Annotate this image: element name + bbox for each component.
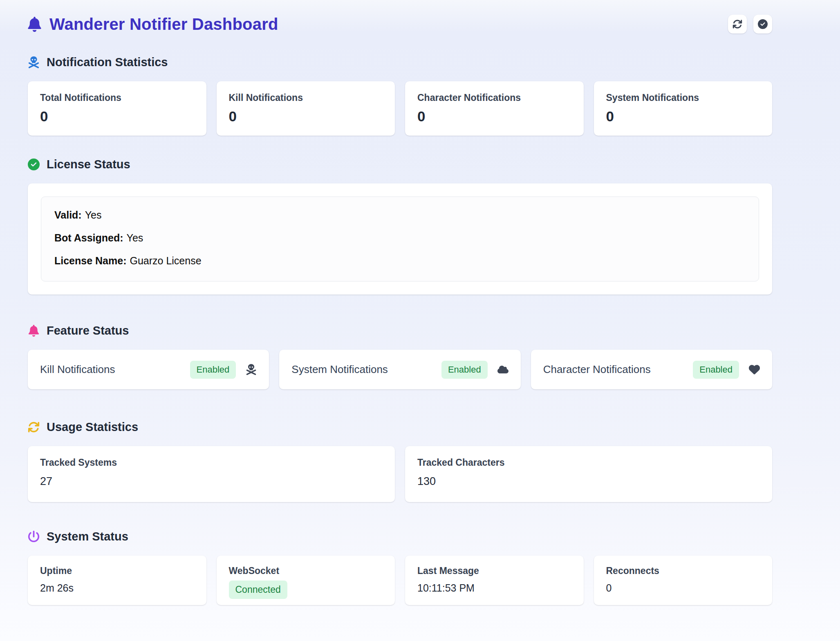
refresh-button[interactable] <box>728 15 747 34</box>
license-field-value: Yes <box>85 209 102 221</box>
license-field-label: Bot Assigned: <box>54 232 123 243</box>
refresh-icon <box>28 421 40 433</box>
usage-value: 27 <box>40 475 383 488</box>
license-grid: Valid:Yes Bot Assigned:Yes License Name:… <box>28 183 772 295</box>
heart-icon <box>749 364 760 375</box>
system-value: 10:11:53 PM <box>417 582 571 594</box>
title-group: Wanderer Notifier Dashboard <box>28 15 278 34</box>
section-usage-statistics: Usage Statistics Tracked Systems 27 Trac… <box>28 420 772 502</box>
system-label: Uptime <box>40 565 194 576</box>
system-card-uptime: Uptime 2m 26s <box>28 556 206 605</box>
dashboard-page: Wanderer Notifier Dashboard Notification… <box>28 0 772 605</box>
license-field-label: License Name: <box>54 255 126 266</box>
section-license-status: License Status Valid:Yes Bot Assigned:Ye… <box>28 158 772 295</box>
skull-crossbones-icon <box>246 364 257 375</box>
header: Wanderer Notifier Dashboard <box>28 15 772 34</box>
system-value: 0 <box>606 582 760 594</box>
stat-value: 0 <box>229 108 383 125</box>
system-label: Reconnects <box>606 565 760 576</box>
section-title: Usage Statistics <box>47 420 138 434</box>
page-title: Wanderer Notifier Dashboard <box>49 15 278 34</box>
system-value: 2m 26s <box>40 582 194 594</box>
section-header: Notification Statistics <box>28 56 772 69</box>
bell-icon <box>28 325 40 337</box>
stat-card-kill: Kill Notifications 0 <box>217 81 395 136</box>
feature-label: System Notifications <box>291 363 388 376</box>
header-actions <box>728 15 772 34</box>
section-header: System Status <box>28 530 772 543</box>
license-card: Valid:Yes Bot Assigned:Yes License Name:… <box>28 183 772 295</box>
status-badge: Enabled <box>441 361 488 379</box>
check-circle-icon <box>28 159 40 170</box>
stat-label: Kill Notifications <box>229 92 383 103</box>
check-circle-icon <box>758 19 768 29</box>
system-card-last-message: Last Message 10:11:53 PM <box>405 556 584 605</box>
feature-status-group: Enabled <box>693 361 760 379</box>
feature-status-group: Enabled <box>190 361 257 379</box>
usage-card-grid: Tracked Systems 27 Tracked Characters 13… <box>28 446 772 502</box>
usage-card-characters: Tracked Characters 130 <box>405 446 772 502</box>
status-badge: Enabled <box>693 361 739 379</box>
stat-card-total: Total Notifications 0 <box>28 81 206 136</box>
stat-value: 0 <box>40 108 194 125</box>
feature-label: Character Notifications <box>543 363 651 376</box>
cloud-icon <box>497 364 508 375</box>
feature-card-system: System Notifications Enabled <box>279 350 520 389</box>
system-label: WebSocket <box>229 565 383 576</box>
skull-crossbones-icon <box>28 56 40 68</box>
refresh-icon <box>732 19 742 29</box>
feature-card-grid: Kill Notifications Enabled System Notifi… <box>28 350 772 389</box>
feature-status-group: Enabled <box>441 361 508 379</box>
usage-value: 130 <box>417 475 760 488</box>
section-title: License Status <box>47 158 130 171</box>
feature-label: Kill Notifications <box>40 363 115 376</box>
section-header: Usage Statistics <box>28 420 772 434</box>
section-title: Feature Status <box>47 324 129 337</box>
usage-card-systems: Tracked Systems 27 <box>28 446 395 502</box>
license-name-row: License Name:Guarzo License <box>54 255 746 267</box>
stat-card-grid: Total Notifications 0 Kill Notifications… <box>28 81 772 136</box>
stat-value: 0 <box>606 108 760 125</box>
stat-label: System Notifications <box>606 92 760 103</box>
section-title: System Status <box>47 530 128 543</box>
connection-badge: Connected <box>229 581 287 599</box>
section-notification-statistics: Notification Statistics Total Notificati… <box>28 56 772 136</box>
license-details-box: Valid:Yes Bot Assigned:Yes License Name:… <box>41 197 759 281</box>
stat-value: 0 <box>417 108 571 125</box>
section-title: Notification Statistics <box>47 56 168 69</box>
power-icon <box>28 531 40 543</box>
license-field-value: Yes <box>127 232 143 243</box>
system-label: Last Message <box>417 565 571 576</box>
feature-card-kill: Kill Notifications Enabled <box>28 350 269 389</box>
bell-icon <box>28 17 41 32</box>
status-badge: Enabled <box>190 361 236 379</box>
stat-card-system: System Notifications 0 <box>594 81 773 136</box>
stat-label: Total Notifications <box>40 92 194 103</box>
section-feature-status: Feature Status Kill Notifications Enable… <box>28 324 772 389</box>
section-header: Feature Status <box>28 324 772 337</box>
stat-card-character: Character Notifications 0 <box>405 81 584 136</box>
system-card-websocket: WebSocket Connected <box>217 556 395 605</box>
license-field-label: Valid: <box>54 209 82 221</box>
stat-label: Character Notifications <box>417 92 571 103</box>
usage-label: Tracked Systems <box>40 457 383 468</box>
section-header: License Status <box>28 158 772 171</box>
system-card-grid: Uptime 2m 26s WebSocket Connected Last M… <box>28 556 772 605</box>
license-bot-row: Bot Assigned:Yes <box>54 232 746 244</box>
feature-card-character: Character Notifications Enabled <box>531 350 772 389</box>
system-card-reconnects: Reconnects 0 <box>594 556 773 605</box>
usage-label: Tracked Characters <box>417 457 760 468</box>
license-valid-row: Valid:Yes <box>54 209 746 221</box>
license-field-value: Guarzo License <box>130 255 201 266</box>
confirm-button[interactable] <box>753 15 772 34</box>
section-system-status: System Status Uptime 2m 26s WebSocket Co… <box>28 530 772 605</box>
